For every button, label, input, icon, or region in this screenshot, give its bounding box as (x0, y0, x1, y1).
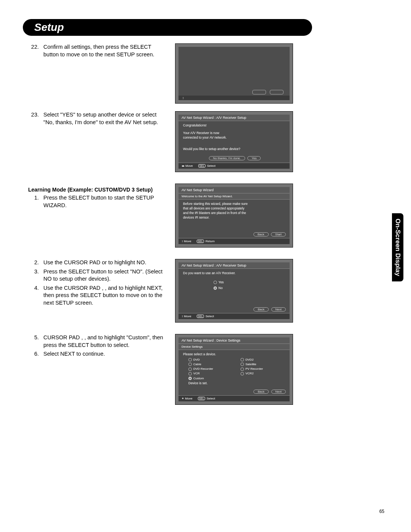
step-3: 3. Press the SELECT button to select "NO… (27, 268, 167, 283)
osd-button-yes[interactable]: Yes (247, 156, 261, 160)
subheading-learning-mode: Learning Mode (Example: CUSTOM/DVD 3 Set… (28, 187, 167, 193)
step-2: 2. Use the CURSOR PAD or to highlight NO… (27, 259, 167, 267)
osd-button-start[interactable]: Start (271, 232, 286, 236)
osd-button-back[interactable]: Back (253, 232, 269, 236)
side-tab-osd: On-Screen Display (392, 213, 403, 281)
row-step-22: 22. Confirm all settings, then press the… (23, 43, 388, 104)
page-number: 65 (379, 509, 384, 514)
row-learning-1: Learning Mode (Example: CUSTOM/DVD 3 Set… (23, 184, 388, 248)
osd-button-next[interactable]: Next (271, 307, 286, 312)
osd-screenshot-receiver-prompt: AV Net Setup Wizard : A/V Receiver Setup… (175, 259, 293, 323)
osd-button-next[interactable]: Next (271, 390, 286, 394)
osd-button-no-thanks[interactable]: No thanks, I'm done. (209, 156, 245, 160)
osd-screenshot-blank: ↕ (175, 43, 293, 104)
osd-screenshot-welcome: AV Net Setup Wizard Welcome to the AV Ne… (175, 184, 293, 248)
osd-screenshot-congrats: AV Net Setup Wizard : A/V Receiver Setup… (175, 111, 293, 172)
row-learning-5-6: 5. CURSOR PAD , , and to highlight "Cust… (23, 334, 388, 405)
step-22: 22. Confirm all settings, then press the… (27, 43, 167, 58)
step-4: 4. Use the CURSOR PAD , , and to highlig… (27, 284, 167, 307)
device-grid: DVD DVD2 Cable Satellite DVD Recorder PV… (188, 358, 285, 380)
step-1: 1. Press the SELECT button to start the … (27, 194, 167, 209)
page-title: Setup (23, 19, 312, 36)
step-6: 6. Select NEXT to continue. (27, 350, 167, 358)
step-5: 5. CURSOR PAD , , and to highlight "Cust… (27, 334, 167, 349)
row-learning-2-4: 2. Use the CURSOR PAD or to highlight NO… (23, 259, 388, 323)
manual-page: Setup 22. Confirm all settings, then pre… (0, 0, 411, 529)
step-23: 23. Select "YES" to setup another device… (27, 111, 167, 126)
osd-button-back[interactable]: Back (253, 307, 269, 312)
osd-screenshot-device-settings: AV Net Setup Wizard : Device Settings De… (175, 334, 293, 405)
row-step-23: 23. Select "YES" to setup another device… (23, 111, 388, 172)
osd-button-back[interactable]: Back (253, 390, 269, 394)
